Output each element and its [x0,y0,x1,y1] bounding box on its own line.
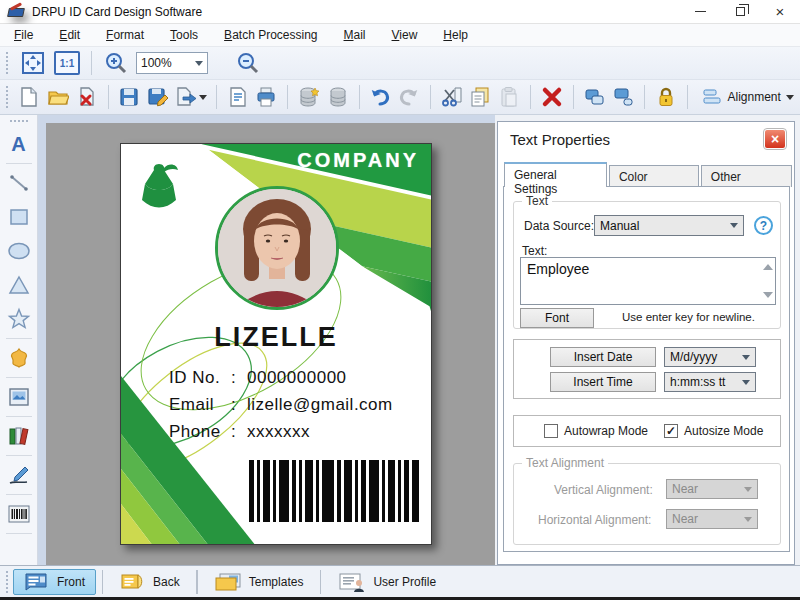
palette-grip [9,119,29,123]
scroll-up-icon[interactable] [763,264,773,270]
menu-mail[interactable]: Mail [344,28,366,42]
group-icon [583,86,605,108]
copy-button[interactable] [469,83,493,111]
undo-button[interactable] [369,83,393,111]
text-tool[interactable]: A [4,127,34,161]
ungroup-button[interactable] [611,83,635,111]
tab-other-settings[interactable]: Other Settings [701,165,792,187]
card-id-value: 0000000000 [247,368,347,388]
lock-button[interactable] [654,83,678,111]
ellipse-tool-icon [7,240,31,262]
autosize-checkbox-box[interactable]: ✓ [664,424,678,438]
panel-close-button[interactable]: × [764,129,786,149]
insert-time-button[interactable]: Insert Time [550,372,656,392]
font-button[interactable]: Font [520,308,594,328]
database-add-button[interactable] [297,83,321,111]
barcode-tool[interactable] [4,497,34,531]
redo-button[interactable] [397,83,421,111]
cut-button[interactable] [440,83,464,111]
card-field-phone[interactable]: Phone : xxxxxxx [169,418,393,445]
window-title: DRPU ID Card Design Software [32,5,202,19]
zoom-in-icon [104,51,128,75]
text-alignment-legend: Text Alignment [522,456,608,470]
image-tool-icon [7,386,31,408]
delete-document-button[interactable] [75,83,99,111]
toolbar-separator [644,85,645,109]
id-card-preview[interactable]: COMPANY [120,143,432,545]
close-button[interactable]: × [760,0,800,23]
autosize-mode-checkbox[interactable]: ✓ Autosize Mode [664,424,763,438]
library-tool[interactable] [4,419,34,453]
close-icon: × [776,4,785,19]
menu-format[interactable]: Format [106,28,144,42]
rectangle-tool[interactable] [4,200,34,234]
card-field-id[interactable]: ID No. : 0000000000 [169,364,393,391]
undo-icon [369,86,391,108]
back-view-button[interactable]: Back [109,569,191,595]
ellipse-tool[interactable] [4,234,34,268]
autowrap-checkbox-box[interactable] [544,424,558,438]
front-label: Front [57,575,85,589]
export-button[interactable] [175,83,207,111]
actual-size-button[interactable]: 1:1 [53,49,81,77]
paste-button[interactable] [497,83,521,111]
print-preview-button[interactable] [226,83,250,111]
restore-button[interactable] [720,0,760,23]
tab-color-settings[interactable]: Color Settings [609,165,699,187]
toolbar-grip [5,51,9,75]
text-input[interactable]: Employee [520,257,776,305]
save-button[interactable] [117,83,141,111]
group-button[interactable] [583,83,607,111]
image-tool[interactable] [4,380,34,414]
front-view-button[interactable]: Front [13,569,96,595]
tab-general-settings[interactable]: General Settings [504,162,607,187]
zoom-out-button[interactable] [234,49,262,77]
print-button[interactable] [255,83,279,111]
scroll-down-icon[interactable] [763,292,773,298]
help-icon[interactable]: ? [754,216,773,235]
bottom-bar: Front Back Templates [0,565,800,597]
menu-tools[interactable]: Tools [170,28,198,42]
open-button[interactable] [46,83,70,111]
custom-shape-tool[interactable] [4,341,34,375]
templates-icon [214,572,242,592]
zoom-in-button[interactable] [102,49,130,77]
insert-date-button[interactable]: Insert Date [550,347,656,367]
minimize-button[interactable] [680,0,720,23]
menu-edit[interactable]: Edit [59,28,80,42]
menu-view[interactable]: View [392,28,418,42]
new-document-icon [18,86,40,108]
menu-help[interactable]: Help [443,28,468,42]
zoom-level-select[interactable]: 100% [136,52,208,74]
templates-button[interactable]: Templates [203,569,315,595]
alignment-button[interactable]: Alignment [696,83,799,111]
save-as-button[interactable] [146,83,170,111]
alignment-icon [702,88,722,106]
new-document-button[interactable] [17,83,41,111]
time-format-select[interactable]: h:mm:ss tt [664,372,756,392]
card-field-email[interactable]: Email : lizelle@gmail.com [169,391,393,418]
card-barcode[interactable] [249,460,421,522]
date-format-select[interactable]: M/d/yyyy [664,347,756,367]
database-add-icon [298,86,320,108]
triangle-tool[interactable] [4,268,34,302]
database-button[interactable] [326,83,350,111]
menu-batch-processing[interactable]: Batch Processing [224,28,317,42]
autowrap-mode-checkbox[interactable]: Autowrap Mode [544,424,648,438]
delete-object-button[interactable] [540,83,564,111]
cut-scissors-icon [441,86,463,108]
star-tool[interactable] [4,302,34,336]
card-holder-name[interactable]: LIZELLE [121,322,431,353]
card-photo[interactable] [215,186,339,310]
export-icon [175,86,197,108]
card-email-value: lizelle@gmail.com [247,395,393,415]
design-canvas[interactable]: COMPANY [38,115,495,565]
user-profile-button[interactable]: User Profile [327,569,447,595]
data-source-select[interactable]: Manual [594,215,744,236]
signature-tool[interactable] [4,458,34,492]
menu-file[interactable]: File [14,28,33,42]
text-groupbox: Text Data Source: Manual ? Text: Employe… [513,201,781,329]
fit-to-window-button[interactable] [19,49,47,77]
line-tool[interactable] [4,166,34,200]
card-fields[interactable]: ID No. : 0000000000 Email : lizelle@gmai… [169,364,393,445]
